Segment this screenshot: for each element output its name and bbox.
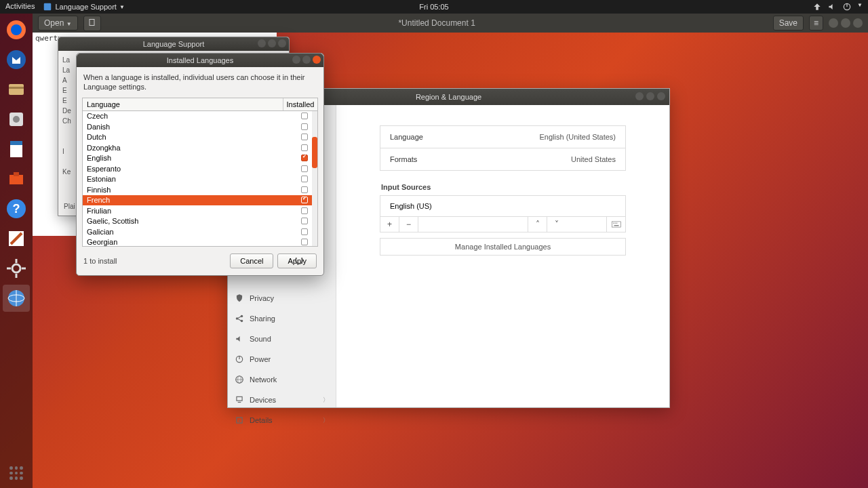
move-down-button[interactable]: ˅	[547, 217, 566, 232]
sidebar-item-sharing[interactable]: Sharing	[228, 308, 336, 329]
keyboard-icon	[612, 221, 621, 228]
open-button[interactable]: Open ▼	[38, 16, 78, 30]
installed-checkbox[interactable]	[301, 155, 308, 161]
scrollbar-thumb[interactable]	[312, 137, 317, 168]
sidebar-item-privacy[interactable]: Privacy	[228, 288, 336, 308]
column-installed[interactable]: Installed	[283, 98, 317, 110]
input-source-item[interactable]: English (US)	[380, 196, 625, 216]
language-row[interactable]: Friulian	[83, 205, 317, 216]
language-row[interactable]: Esperanto	[83, 163, 317, 174]
language-name: Czech	[83, 112, 292, 120]
maximize-button[interactable]	[302, 56, 311, 64]
dock-software[interactable]	[3, 165, 30, 192]
dock-settings[interactable]	[3, 255, 30, 282]
close-button[interactable]	[853, 18, 863, 28]
remove-input-source-button[interactable]: −	[399, 217, 418, 232]
add-input-source-button[interactable]: +	[380, 217, 399, 232]
language-row[interactable]: Finnish	[83, 184, 317, 195]
cancel-button[interactable]: Cancel	[230, 253, 273, 268]
installed-checkbox[interactable]	[301, 113, 308, 119]
installed-checkbox[interactable]	[301, 207, 308, 214]
installed-checkbox[interactable]	[301, 197, 308, 203]
close-button[interactable]	[657, 92, 665, 100]
gedit-headerbar: Open ▼ *Untitled Document 1 Save ≡	[33, 14, 868, 33]
clock[interactable]: Fri 05:05	[419, 3, 448, 11]
svg-rect-45	[614, 225, 618, 226]
dock-rhythmbox[interactable]	[3, 106, 30, 133]
minimize-button[interactable]	[292, 56, 300, 64]
language-row[interactable]: Estonian	[83, 174, 317, 185]
dock-libreoffice-writer[interactable]	[3, 136, 30, 163]
installed-checkbox[interactable]	[301, 134, 308, 140]
svg-rect-11	[10, 141, 22, 145]
app-indicator[interactable]: Language Support	[55, 3, 117, 11]
keyboard-layout-button[interactable]	[606, 217, 625, 232]
language-row[interactable]: Danish	[83, 121, 317, 132]
dock-firefox[interactable]	[3, 16, 30, 43]
language-name: Friulian	[83, 207, 292, 215]
language-list[interactable]: CzechDanishDutchDzongkhaEnglishEsperanto…	[82, 111, 318, 247]
installed-checkbox[interactable]	[301, 123, 308, 130]
svg-rect-43	[614, 223, 615, 224]
dock-help[interactable]: ?	[3, 195, 30, 222]
dock-thunderbird[interactable]	[3, 46, 30, 73]
installed-checkbox[interactable]	[301, 218, 308, 224]
new-tab-button[interactable]	[83, 16, 101, 31]
dock-text-editor[interactable]	[3, 225, 30, 252]
minimize-button[interactable]	[635, 92, 644, 100]
svg-point-5	[7, 50, 26, 69]
move-up-button[interactable]: ˄	[528, 217, 547, 232]
installed-checkbox[interactable]	[301, 228, 308, 235]
installed-checkbox[interactable]	[301, 186, 308, 193]
new-document-icon	[88, 18, 96, 26]
window-titlebar[interactable]: Installed Languages	[77, 54, 323, 67]
sidebar-item-sound[interactable]: Sound	[228, 329, 336, 349]
language-name: Esperanto	[83, 165, 292, 173]
language-row[interactable]: Language English (United States)	[380, 125, 626, 148]
close-button[interactable]	[278, 39, 286, 47]
power-icon[interactable]	[842, 2, 852, 12]
sidebar-item-power[interactable]: Power	[228, 349, 336, 369]
svg-rect-7	[9, 87, 24, 89]
scrollbar[interactable]	[312, 111, 317, 246]
language-row[interactable]: Czech	[83, 111, 317, 122]
language-row[interactable]: Galician	[83, 226, 317, 237]
hamburger-menu[interactable]: ≡	[809, 16, 823, 30]
privacy-icon	[235, 293, 244, 303]
language-row[interactable]: French	[83, 195, 317, 206]
language-row[interactable]: Dutch	[83, 132, 317, 143]
sidebar-item-details[interactable]: Details〉	[228, 410, 336, 430]
column-language[interactable]: Language	[83, 98, 283, 110]
minimize-button[interactable]	[258, 39, 266, 47]
installed-checkbox[interactable]	[301, 239, 308, 245]
formats-row[interactable]: Formats United States	[380, 148, 626, 171]
sidebar-item-network[interactable]: Network	[228, 369, 336, 390]
chevron-down-icon[interactable]: ▼	[857, 2, 863, 12]
input-sources-box: English (US) + − ˄ ˅	[380, 195, 626, 232]
installed-checkbox[interactable]	[301, 165, 308, 172]
activities-button[interactable]: Activities	[5, 2, 35, 12]
dock-language-support[interactable]	[3, 285, 30, 312]
manage-installed-languages-button[interactable]: Manage Installed Languages	[380, 238, 626, 256]
maximize-button[interactable]	[841, 18, 850, 28]
language-row[interactable]: Georgian	[83, 237, 317, 247]
network-icon[interactable]	[812, 2, 822, 12]
language-row[interactable]: English	[83, 153, 317, 164]
installed-checkbox[interactable]	[301, 144, 308, 151]
window-titlebar[interactable]: Language Support	[58, 37, 289, 51]
close-button[interactable]	[313, 56, 321, 64]
maximize-button[interactable]	[268, 39, 276, 47]
language-name: French	[83, 196, 292, 204]
language-row[interactable]: Gaelic, Scottish	[83, 216, 317, 227]
minimize-button[interactable]	[829, 18, 838, 28]
sidebar-item-devices[interactable]: Devices〉	[228, 390, 336, 410]
language-row[interactable]: Dzongkha	[83, 142, 317, 153]
dock-files[interactable]	[3, 76, 30, 103]
language-name: Danish	[83, 123, 292, 131]
dock: ?	[0, 14, 33, 488]
save-button[interactable]: Save	[773, 16, 804, 30]
language-name: Finnish	[83, 186, 292, 194]
maximize-button[interactable]	[646, 92, 654, 100]
volume-icon[interactable]	[827, 2, 837, 12]
installed-checkbox[interactable]	[301, 176, 308, 182]
